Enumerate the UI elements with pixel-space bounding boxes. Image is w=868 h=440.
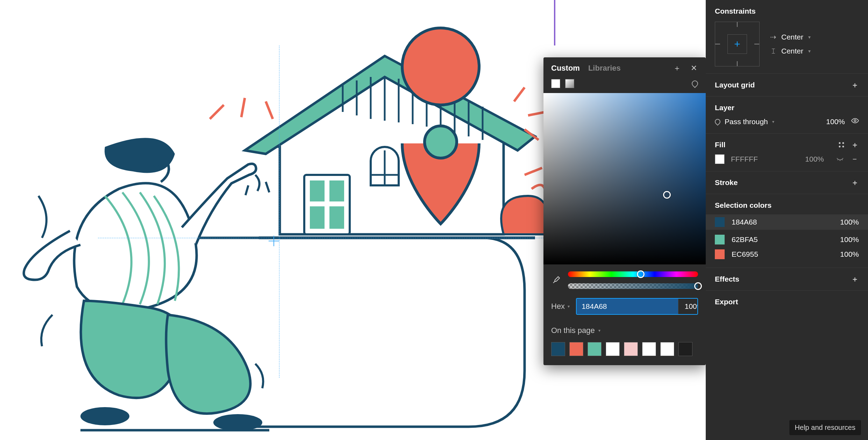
paint-type-solid[interactable]: [551, 79, 560, 88]
fill-hex-input[interactable]: FFFFFF: [731, 155, 799, 163]
guide-intersection: [273, 236, 274, 246]
alpha-handle[interactable]: [694, 282, 702, 290]
selection-opacity: 100%: [840, 235, 859, 244]
svg-point-25: [839, 142, 841, 144]
selection-color-row[interactable]: EC6955 100%: [715, 249, 859, 259]
help-tooltip: Help and resources: [789, 420, 861, 435]
selection-color-row[interactable]: 62BFA5 100%: [715, 235, 859, 244]
doc-swatch[interactable]: [642, 342, 656, 356]
svg-point-21: [80, 407, 129, 425]
color-format-label: Hex: [551, 302, 565, 311]
selection-hex: 62BFA5: [732, 235, 833, 244]
hex-input[interactable]: [577, 299, 678, 314]
doc-swatch[interactable]: [624, 342, 638, 356]
chevron-down-icon: ▾: [772, 119, 774, 124]
section-constraints: Constraints + ⇢ Center ▾ 𝙸 Center ▾: [706, 0, 868, 74]
guide-horizontal[interactable]: [98, 238, 546, 238]
tab-libraries[interactable]: Libraries: [588, 64, 621, 73]
doc-swatch[interactable]: [551, 342, 565, 356]
layer-title: Layer: [715, 104, 734, 112]
hue-slider[interactable]: [568, 271, 698, 277]
layout-grid-title: Layout grid: [715, 81, 755, 89]
saturation-value-area[interactable]: [543, 93, 706, 264]
selection-opacity: 100%: [840, 250, 859, 258]
section-stroke: Stroke ＋: [706, 171, 868, 194]
section-selection-colors: Selection colors 184A68 100% 62BFA5 100%…: [706, 194, 868, 268]
svg-rect-16: [329, 206, 344, 229]
svg-point-28: [842, 146, 844, 148]
sv-handle[interactable]: [663, 191, 671, 199]
add-icon[interactable]: ＋: [851, 81, 859, 89]
svg-rect-13: [310, 180, 325, 201]
add-icon[interactable]: ＋: [851, 141, 859, 149]
color-picker-panel: Custom Libraries ＋ ✕ Hex ▾: [543, 57, 706, 365]
selection-opacity: 100%: [840, 218, 859, 226]
section-layer: Layer Pass through ▾ 100%: [706, 97, 868, 134]
droplet-icon: [714, 118, 722, 126]
add-icon[interactable]: ＋: [851, 178, 859, 187]
selection-hex: 184A68: [732, 218, 833, 226]
constraints-center-icon: +: [727, 34, 747, 54]
on-this-page-toggle[interactable]: On this page ▾: [543, 322, 706, 339]
effects-title: Effects: [715, 275, 739, 283]
visibility-hidden-icon[interactable]: [836, 154, 844, 164]
svg-point-19: [425, 126, 457, 158]
constraint-v-icon: 𝙸: [770, 47, 776, 55]
constraints-widget[interactable]: +: [715, 22, 760, 66]
layer-opacity-input[interactable]: 100%: [826, 118, 845, 126]
svg-rect-15: [310, 206, 325, 229]
doc-swatch[interactable]: [569, 342, 583, 356]
doc-swatch[interactable]: [588, 342, 602, 356]
paint-type-gradient[interactable]: [565, 79, 574, 88]
selection-color-row[interactable]: 184A68 100%: [706, 214, 868, 230]
doc-swatch[interactable]: [660, 342, 674, 356]
selection-hex: EC6955: [732, 250, 833, 258]
hex-opacity-input[interactable]: [678, 299, 698, 314]
svg-point-27: [839, 146, 841, 148]
constraint-horizontal-select[interactable]: ⇢ Center ▾: [770, 33, 811, 41]
styles-icon[interactable]: [837, 141, 846, 149]
selection-swatch[interactable]: [715, 235, 725, 244]
eyedropper-icon[interactable]: [551, 275, 561, 285]
constraint-vertical-select[interactable]: 𝙸 Center ▾: [770, 47, 811, 55]
section-export: Export: [706, 291, 868, 313]
color-format-select[interactable]: Hex ▾: [551, 302, 570, 311]
svg-rect-14: [329, 180, 344, 201]
chevron-down-icon: ▾: [808, 48, 811, 54]
guide-vertical[interactable]: [279, 45, 279, 378]
selection-swatch[interactable]: [715, 217, 725, 227]
blend-mode-icon[interactable]: [690, 79, 699, 88]
remove-icon[interactable]: −: [851, 155, 859, 163]
stroke-title: Stroke: [715, 178, 738, 187]
alpha-slider[interactable]: [568, 283, 698, 289]
hex-input-group: [576, 298, 698, 315]
constraint-h-icon: ⇢: [770, 33, 776, 41]
constraints-title: Constraints: [715, 7, 756, 15]
section-fill: Fill ＋ FFFFFF 100% −: [706, 134, 868, 171]
chevron-down-icon: ▾: [808, 34, 811, 40]
svg-point-20: [153, 162, 159, 167]
doc-swatch[interactable]: [678, 342, 692, 356]
close-icon[interactable]: ✕: [690, 64, 698, 73]
section-layout-grid: Layout grid ＋: [706, 74, 868, 97]
selection-colors-title: Selection colors: [715, 201, 771, 210]
section-effects: Effects ＋: [706, 268, 868, 291]
add-icon[interactable]: ＋: [851, 275, 859, 283]
doc-swatch[interactable]: [606, 342, 620, 356]
fill-opacity-input[interactable]: 100%: [805, 155, 824, 163]
export-title: Export: [715, 298, 738, 306]
constraint-h-label: Center: [781, 33, 803, 41]
constraint-v-label: Center: [781, 47, 803, 55]
svg-point-22: [213, 414, 262, 431]
eye-icon[interactable]: [851, 117, 859, 126]
svg-point-26: [842, 142, 844, 144]
blend-mode-label: Pass through: [725, 118, 768, 126]
selection-swatch[interactable]: [715, 249, 725, 259]
tab-custom[interactable]: Custom: [551, 64, 580, 73]
hue-handle[interactable]: [637, 270, 645, 278]
blend-mode-select[interactable]: Pass through ▾: [715, 118, 774, 126]
add-icon[interactable]: ＋: [673, 63, 681, 73]
fill-swatch[interactable]: [715, 154, 725, 164]
fill-title: Fill: [715, 141, 725, 149]
on-this-page-label: On this page: [551, 326, 595, 335]
